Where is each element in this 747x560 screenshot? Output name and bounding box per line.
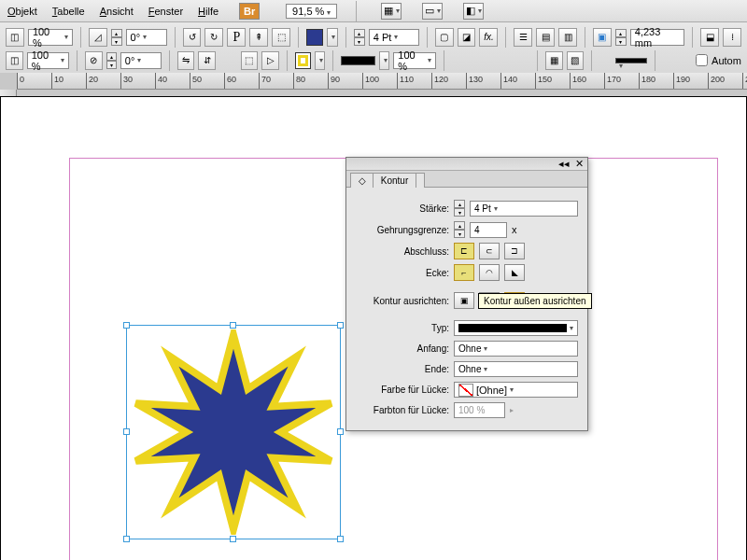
paragraph-icon[interactable]: P	[227, 28, 246, 47]
hierarchy-icon[interactable]: ⇞	[249, 28, 268, 47]
effects-2[interactable]: ◪	[458, 28, 476, 47]
shear-field[interactable]: 0°	[126, 29, 167, 46]
collapse-icon[interactable]: ◂◂	[558, 158, 570, 170]
stroke-weight-spinner[interactable]: ▴▾	[354, 29, 365, 46]
stroke-swatch[interactable]	[295, 52, 311, 69]
select-container-icon[interactable]: ⬚	[272, 28, 290, 47]
handle-tl[interactable]	[123, 322, 130, 329]
menu-objekt[interactable]: Objekt	[7, 6, 37, 17]
join-round[interactable]: ◠	[479, 264, 500, 281]
shear-icon: ◿	[89, 28, 107, 47]
autom-checkbox[interactable]	[696, 54, 708, 66]
rotate-field[interactable]: 0°	[120, 52, 162, 69]
label-farbe: Farbe für Lücke:	[356, 385, 449, 395]
wrap-4[interactable]: ▦	[545, 51, 563, 70]
staerke-spinner[interactable]: ▴▾	[454, 200, 465, 217]
cap-round[interactable]: ⊂	[479, 243, 500, 259]
menu-ansicht[interactable]: Ansicht	[100, 6, 134, 17]
label-farbton: Farbton für Lücke:	[356, 405, 449, 415]
rotate-spinner[interactable]: ▴▾	[106, 52, 117, 69]
cap-butt[interactable]: ⊏	[454, 243, 474, 259]
gehrung-spinner[interactable]: ▴▾	[454, 221, 465, 238]
join-bevel[interactable]: ◣	[504, 264, 525, 281]
ruler-horizontal: 0102030405060708090100110120130140150160…	[17, 73, 747, 90]
zoom-field[interactable]: 91,5 %	[286, 4, 337, 19]
rotate-icon: ⊘	[85, 51, 103, 70]
fill-swatch[interactable]	[306, 29, 323, 46]
stroke-tint-field[interactable]: 100 %	[393, 52, 435, 69]
menu-fenster[interactable]: Fenster	[148, 6, 183, 17]
anfang-field[interactable]: Ohne	[454, 341, 578, 357]
bridge-button[interactable]: Br	[239, 3, 260, 20]
label-ausrichten: Kontur ausrichten:	[356, 296, 449, 306]
flip-v-icon[interactable]: ⇵	[198, 51, 216, 70]
menu-tabelle[interactable]: Tabelle	[52, 6, 85, 17]
close-icon[interactable]: ✕	[575, 158, 584, 170]
label-typ: Typ:	[356, 323, 449, 333]
opacity-icon: ◫	[6, 28, 24, 47]
corner-options-icon[interactable]: ⬓	[700, 28, 719, 47]
handle-br[interactable]	[337, 536, 344, 542]
control-panel: ◫ 100 % ◿ ▴▾ 0° ↺ ↻ P ⇞ ⬚ ▴▾ 4 Pt ▢ ◪ fx…	[0, 22, 747, 76]
opacity-icon-2: ◫	[6, 51, 23, 70]
handle-bl[interactable]	[123, 536, 130, 542]
wrap-1[interactable]: ☰	[514, 28, 532, 47]
gehrung-field[interactable]: 4	[470, 222, 507, 238]
svg-marker-0	[136, 335, 331, 530]
label-anfang: Anfang:	[356, 343, 449, 354]
rotate-cw-icon[interactable]: ↻	[204, 28, 223, 47]
flip-h-icon[interactable]: ⇋	[177, 51, 195, 70]
view-options-3[interactable]: ◧	[463, 3, 484, 20]
stroke-dropdown[interactable]	[315, 51, 325, 70]
select-content-icon[interactable]: ⬚	[241, 51, 259, 70]
link-icon[interactable]: ⁞	[723, 28, 741, 47]
select-next-icon[interactable]: ▷	[261, 51, 279, 70]
frame-fitting-icon[interactable]: ▣	[593, 28, 612, 47]
handle-mr[interactable]	[337, 428, 344, 435]
label-ende: Ende:	[356, 364, 449, 374]
stroke-style-preview[interactable]	[341, 56, 375, 65]
align-center[interactable]: ▣	[454, 292, 474, 309]
label-staerke: Stärke:	[356, 203, 449, 214]
stroke-opacity-field[interactable]: 100 %	[27, 52, 69, 69]
rotate-ccw-icon[interactable]: ↺	[183, 28, 202, 47]
view-options-1[interactable]: ▦	[381, 3, 402, 20]
fx-button[interactable]: fx.	[479, 28, 498, 47]
shear-spinner[interactable]: ▴▾	[111, 29, 122, 46]
cap-projecting[interactable]: ⊐	[504, 243, 525, 259]
fill-dropdown[interactable]	[327, 28, 338, 47]
staerke-field[interactable]: 4 Pt	[470, 201, 578, 217]
tooltip: Kontur außen ausrichten	[478, 293, 592, 309]
stroke-style-dropdown[interactable]	[379, 51, 389, 70]
dim-spinner[interactable]: ▴▾	[615, 29, 627, 46]
autom-label: Autom	[712, 55, 741, 66]
farbe-field[interactable]: [Ohne]	[454, 382, 578, 398]
handle-tc[interactable]	[230, 322, 236, 329]
label-abschluss: Abschluss:	[356, 246, 449, 257]
panel-titlebar[interactable]: ◂◂ ✕	[346, 158, 587, 171]
handle-ml[interactable]	[123, 428, 130, 435]
label-gehrung: Gehrungsgrenze:	[356, 225, 449, 235]
panel-tab-kontur[interactable]: ◇ Kontur	[350, 173, 425, 188]
canvas-area: 0102030405060708090100110120130140150160…	[0, 73, 747, 560]
menu-bar: Objekt Tabelle Ansicht Fenster Hilfe Br …	[0, 0, 747, 22]
handle-tr[interactable]	[337, 322, 344, 329]
wrap-3[interactable]: ▥	[558, 28, 577, 47]
wrap-2[interactable]: ▤	[536, 28, 555, 47]
menu-hilfe[interactable]: Hilfe	[198, 6, 218, 17]
view-options-2[interactable]: ▭	[422, 3, 443, 20]
farbton-field: 100 %	[454, 402, 505, 418]
star-shape[interactable]	[131, 329, 336, 535]
typ-field[interactable]	[454, 320, 578, 336]
fill-opacity-field[interactable]: 100 %	[28, 29, 73, 46]
wrap-5[interactable]: ▧	[567, 51, 585, 70]
ende-field[interactable]: Ohne	[454, 361, 578, 377]
stroke-type-2[interactable]	[615, 58, 647, 63]
effects-1[interactable]: ▢	[435, 28, 454, 47]
join-miter[interactable]: ⌐	[454, 264, 474, 281]
stroke-weight-field[interactable]: 4 Pt	[369, 29, 419, 46]
handle-bc[interactable]	[230, 536, 236, 542]
gehrung-suffix: x	[512, 224, 517, 235]
label-ecke: Ecke:	[356, 268, 449, 278]
dim-field[interactable]: 4,233 mm	[630, 29, 685, 46]
